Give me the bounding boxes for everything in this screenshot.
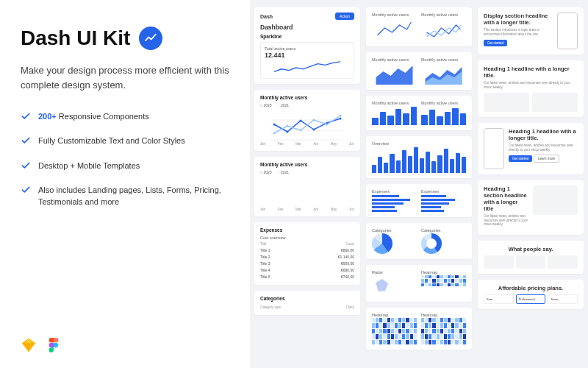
marketing-panel: Dash UI Kit Make your design process mor… <box>0 0 250 368</box>
feature-item: Fully Customizable Text and Color Styles <box>21 135 229 146</box>
sparkline-chart <box>265 61 350 74</box>
testimonials-card: What people say. <box>478 241 584 274</box>
card-title: Monthly active users <box>260 162 354 167</box>
svg-point-10 <box>313 129 315 131</box>
feature-text: Also includes Landing pages, Lists, Form… <box>38 185 229 208</box>
mau-bar-mini-pair: Monthly active users Monthly active user… <box>366 96 472 130</box>
radar-heatmap-pair: Radar Heatmap <box>366 265 472 302</box>
categories-pie-pair: Categories Categories <box>366 223 472 259</box>
placeholder-icon <box>532 93 578 112</box>
svg-point-12 <box>340 118 342 120</box>
check-icon <box>21 160 31 171</box>
card-title: Categories <box>260 296 354 301</box>
preview-col-2: Monthly active users Monthly active user… <box>366 7 472 361</box>
card-title: Monthly active users <box>260 95 354 100</box>
line-chart <box>260 110 354 141</box>
svg-point-13 <box>273 132 276 135</box>
overview-card: Overview <box>366 136 472 178</box>
feature-text: 200+ Responsive Components <box>38 111 149 122</box>
bar-chart <box>260 177 354 206</box>
expenses-hbar-pair: Expenses Expenses <box>366 184 472 217</box>
heatmap-pair: Heatmap Heatmap <box>366 308 472 350</box>
dashboard-title: Dashboard <box>260 24 354 31</box>
landing-title: Display section headline with a longer t… <box>484 13 553 26</box>
svg-marker-19 <box>376 66 413 85</box>
x-axis: JanFebMarAprMayJun <box>260 142 354 146</box>
mau-area-pair: Monthly active users Monthly active user… <box>366 52 472 90</box>
heatmap-chart <box>421 318 466 344</box>
placeholder-icon <box>533 185 578 215</box>
trend-line-icon <box>144 32 157 45</box>
overview-bars <box>372 146 466 173</box>
feature-item: Desktop + Mobile Templates <box>21 160 229 171</box>
svg-point-15 <box>300 130 302 132</box>
brand-label: Dash <box>260 14 273 19</box>
preview-grid: Dash Action Dashboard Sparkline Total ac… <box>250 0 588 368</box>
logo-badge <box>139 26 162 50</box>
sketch-icon <box>21 337 37 353</box>
preview-col-3: Display section headline with a longer t… <box>478 7 584 361</box>
svg-point-9 <box>300 120 302 122</box>
title-row: Dash UI Kit <box>21 26 229 50</box>
landing-hero-card: Display section headline with a longer t… <box>478 7 584 54</box>
spark-sublabel: Total active users <box>265 46 350 51</box>
landing-h1-card: Heading 1 headline with a longer title. … <box>478 60 584 117</box>
phone-mockup-icon <box>484 128 504 169</box>
preview-col-1: Dash Action Dashboard Sparkline Total ac… <box>254 7 360 361</box>
heatmap-chart <box>372 318 417 344</box>
spark-metric: 12.441 <box>265 52 350 59</box>
feature-text: Desktop + Mobile Templates <box>38 160 140 171</box>
mau-mini-pair: Monthly active users Monthly active user… <box>366 7 472 46</box>
check-icon <box>21 185 31 195</box>
placeholder-icon <box>484 93 529 112</box>
cta-button[interactable]: Get started <box>484 40 507 46</box>
figma-icon <box>46 337 62 353</box>
feature-item: Also includes Landing pages, Lists, Form… <box>21 185 229 208</box>
svg-point-16 <box>313 119 315 121</box>
heatmap-mini <box>421 275 466 294</box>
tool-icons <box>21 337 229 353</box>
feature-text: Fully Customizable Text and Color Styles <box>38 135 185 146</box>
radar-chart <box>372 275 392 296</box>
action-button[interactable]: Action <box>335 13 354 20</box>
check-icon <box>21 135 31 146</box>
card-title: Expenses <box>260 227 354 233</box>
cta-button[interactable]: Get started <box>509 155 532 162</box>
pricing-card: Affordable pricing plans. Free Professio… <box>478 280 584 309</box>
sparkline-label: Sparkline <box>260 34 354 39</box>
x-axis: JanFebMarAprMayJun <box>260 208 354 211</box>
phone-mockup-icon <box>557 13 578 49</box>
dashboard-card: Dash Action Dashboard Sparkline Total ac… <box>254 7 360 84</box>
secondary-button[interactable]: Learn more <box>534 155 559 163</box>
chart-legend: 20202021 <box>260 170 354 174</box>
feature-list: 200+ Responsive Components Fully Customi… <box>21 111 229 208</box>
svg-point-17 <box>326 124 329 126</box>
mau-line-card: Monthly active users 20202021 JanFebMarA… <box>254 90 360 151</box>
svg-point-3 <box>54 343 58 347</box>
feature-item: 200+ Responsive Components <box>21 111 229 122</box>
tagline: Make your design process more efficient … <box>21 63 229 92</box>
mau-bar-card: Monthly active users 20202021 JanFebMarA… <box>254 157 360 216</box>
pie-chart <box>372 233 392 254</box>
svg-point-8 <box>287 131 289 133</box>
landing-phone-card: Heading 1 headline with a longer title. … <box>478 123 584 174</box>
chart-legend: 20202021 <box>260 103 354 107</box>
svg-point-18 <box>340 115 342 117</box>
expense-table: TitleCosts Title 1€860,00 Title 2€1.140,… <box>260 241 354 280</box>
check-icon <box>21 111 31 121</box>
donut-chart <box>421 233 442 254</box>
landing-section-card: Heading 1 section headline with a longer… <box>478 180 584 236</box>
product-title: Dash UI Kit <box>21 26 130 50</box>
categories-card: Categories Category typeClass <box>254 291 360 315</box>
svg-point-7 <box>273 124 276 126</box>
expenses-card: Expenses Cost overview TitleCosts Title … <box>254 222 360 285</box>
svg-point-14 <box>287 125 289 127</box>
